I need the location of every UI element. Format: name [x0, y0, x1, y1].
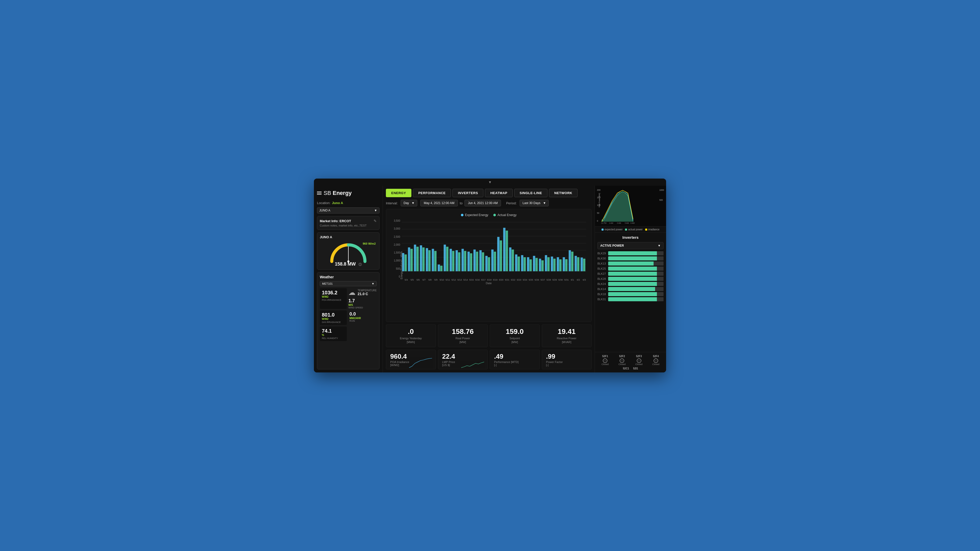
svg-rect-32 [468, 251, 470, 271]
x-axis-date-label: 5/8 [427, 279, 433, 281]
list-item: BLK243498.3 kW [597, 282, 663, 286]
list-item: BLK283498.2 kW [597, 277, 663, 281]
metric-energy-yesterday: .0 Energy Yesterday[MWh] [386, 324, 436, 347]
chevron-down-icon: ▼ [372, 282, 374, 285]
mini-chart-area: 200 150 100 50 0 1000 500 11 PM [595, 186, 666, 227]
svg-rect-38 [485, 256, 488, 272]
svg-rect-64 [563, 257, 565, 271]
nav-tabs: ENERGY PERFORMANCE INVERTERS HEATMAP SIN… [386, 189, 592, 197]
info-icon[interactable]: ⓘ [359, 263, 362, 266]
legend-expected-dot [461, 214, 463, 216]
x-axis-date-label: 5/21 [504, 279, 510, 281]
tab-heatmap[interactable]: HEATMAP [485, 189, 513, 197]
location-name: Juno A [332, 201, 343, 205]
location-select[interactable]: JUNO A ▼ [317, 207, 380, 213]
svg-text:1000: 1000 [659, 189, 664, 191]
x-axis-date-label: 5/13 [457, 279, 463, 281]
tab-single-line[interactable]: SINGLE-LINE [514, 189, 547, 197]
breakers-row2: 52C1 52I1 [597, 367, 663, 370]
chart-area: Expected Energy Actual Energy 3,500 3,00… [386, 209, 592, 322]
inverter-name-label: BLK28 [597, 277, 607, 280]
inverter-name-label: BLK18 [597, 292, 607, 295]
inverter-bar-gray [657, 292, 663, 296]
svg-rect-46 [509, 248, 511, 272]
edit-icon[interactable]: ✎ [374, 219, 377, 223]
breakers-section: 52F1 O Closed 52F2 O Closed [595, 352, 666, 372]
metrics-row-top: .0 Energy Yesterday[MWh] 158.76 Real Pow… [386, 324, 592, 347]
met-select[interactable]: MET101 ▼ [320, 281, 377, 286]
hamburger-icon [317, 192, 321, 195]
gauge-value: 158.8 MW ⓘ [335, 262, 362, 267]
x-axis-labels: 5/45/55/65/75/85/95/105/115/125/135/145/… [390, 279, 587, 281]
svg-text:500: 500 [659, 199, 663, 201]
x-axis-date-label: 5/17 [480, 279, 486, 281]
inverter-value-label: 3498.6 kW [609, 298, 623, 301]
chevron-down-icon[interactable]: ▼ [488, 180, 492, 184]
breaker-52f2: 52F2 O Closed [614, 355, 630, 365]
breaker-52f2-symbol[interactable]: O Closed [618, 359, 625, 365]
rain-value: 0.0 [349, 311, 375, 317]
list-item: BLK133266.4 kW [597, 262, 663, 265]
sidebar: SB Energy Location: Juno A JUNO A ▼ Mark… [314, 186, 383, 372]
weather-section: Weather MET101 ▼ 1036.2 W/M2 POA IRRADIA… [317, 272, 380, 369]
x-axis-date-label: 5/23 [516, 279, 522, 281]
x-axis-date-label: 5/20 [498, 279, 504, 281]
x-axis-date-label: 5/29 [552, 279, 558, 281]
inverter-list: BLK293498.6 kWBLK303498.4 kWBLK133266.4 … [597, 251, 663, 301]
metric-reactive-power-value: 19.41 [546, 328, 587, 336]
x-axis-date-label: 5/26 [534, 279, 540, 281]
active-power-header[interactable]: ACTIVE POWER ▼ [597, 242, 663, 249]
svg-rect-23 [440, 265, 442, 271]
metric-energy-yesterday-value: .0 [390, 328, 431, 336]
inverter-value-label: 3498.6 kW [609, 252, 623, 255]
svg-rect-28 [455, 250, 458, 272]
svg-rect-26 [450, 249, 452, 271]
svg-rect-16 [420, 245, 422, 272]
x-axis-date-label: 5/15 [469, 279, 474, 281]
tab-performance[interactable]: PERFORMANCE [413, 189, 451, 197]
x-axis-date-label: 5/24 [522, 279, 528, 281]
svg-rect-44 [503, 228, 506, 272]
breaker-52f3-symbol[interactable]: O Closed [635, 359, 643, 365]
date-to-button[interactable]: Jun 4, 2021 12:00 AM [465, 200, 501, 206]
svg-rect-47 [512, 249, 514, 271]
inverter-bar-gray [657, 251, 663, 256]
svg-rect-63 [559, 259, 562, 272]
interval-select[interactable]: Day ▼ [401, 200, 417, 206]
svg-rect-53 [530, 259, 532, 272]
breaker-52f4-symbol[interactable]: O Closed [652, 359, 659, 365]
app-container: ▼ SB Energy Location: Juno A JUNO A ▼ [314, 179, 666, 372]
period-select[interactable]: Last 30 Days ▼ [520, 200, 549, 206]
x-axis-date-label: 5/22 [510, 279, 516, 281]
svg-rect-50 [521, 255, 523, 271]
svg-rect-22 [438, 265, 440, 271]
breaker-52f1: 52F1 O Closed [597, 355, 613, 365]
breaker-52c1: 52C1 [623, 367, 629, 370]
svg-rect-57 [541, 260, 544, 272]
svg-rect-42 [497, 237, 500, 272]
inverter-bar-bg: 3498.3 kW [608, 282, 663, 286]
svg-rect-52 [527, 257, 529, 271]
svg-rect-69 [577, 257, 579, 271]
x-axis-date-label: 5/10 [439, 279, 445, 281]
date-from-button[interactable]: May 4, 2021 12:00 AM [420, 200, 458, 206]
list-item: BLK183498.3 kW [597, 292, 663, 296]
svg-rect-45 [506, 230, 508, 272]
inverter-name-label: BLK25 [597, 267, 607, 270]
tab-network[interactable]: NETWORK [549, 189, 578, 197]
breaker-52f4: 52F4 O Closed [648, 355, 663, 365]
tab-inverters[interactable]: INVERTERS [452, 189, 484, 197]
breaker-52f1-symbol[interactable]: O Closed [601, 359, 609, 365]
tab-energy[interactable]: ENERGY [386, 189, 411, 197]
controls-row: Interval: Day ▼ May 4, 2021 12:00 AM to … [386, 200, 592, 206]
svg-text:3 AM: 3 AM [617, 222, 621, 224]
svg-rect-36 [479, 250, 482, 272]
list-item: BLK293498.6 kW [597, 251, 663, 256]
y-axis: 3,500 3,000 2,500 2,000 1,500 1,000 500 … [390, 219, 402, 278]
inverter-bar-bg: 3498.6 kW [608, 297, 663, 301]
inverter-name-label: BLK14 [597, 287, 607, 291]
legend-irradiance: irradiance [645, 228, 659, 231]
poa-label: POA IRRADIANCE [322, 299, 345, 301]
sparkline-lmp [458, 358, 487, 369]
svg-rect-49 [517, 257, 520, 272]
